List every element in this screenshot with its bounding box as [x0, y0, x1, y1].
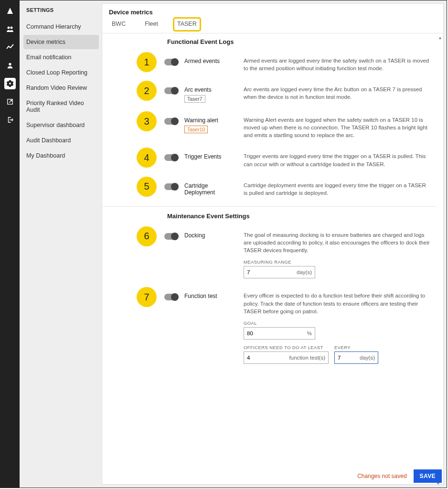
user-icon[interactable] [4, 60, 16, 71]
main-panel: Device metrics BWC Fleet TASER Functiona… [102, 3, 444, 485]
desc-cartridge-deployment: Cartridge deployment events are logged e… [244, 181, 430, 197]
desc-function-test: Every officer is expected to do a functi… [244, 292, 430, 364]
row-arc-events: 2 Arc events Taser7 Arc events are logge… [102, 79, 437, 109]
tab-taser[interactable]: TASER [174, 19, 200, 30]
sidebar-title: SETTINGS [26, 7, 96, 13]
step-6-badge: 6 [137, 226, 157, 246]
toggle-function-test[interactable] [164, 294, 178, 300]
unsaved-label: Changes not saved [357, 473, 406, 479]
tab-bwc[interactable]: BWC [109, 19, 128, 30]
settings-icon[interactable] [4, 78, 16, 89]
logo-icon[interactable] [4, 5, 16, 17]
step-2-badge: 2 [137, 81, 157, 101]
label-atleast: OFFICERS NEED TO DO AT LEAST [244, 344, 329, 351]
toggle-armed-events[interactable] [164, 59, 178, 65]
label-trigger-events: Trigger Events [184, 153, 239, 160]
scroll-region[interactable]: Functional Event Logs 1 Armed events Arm… [102, 33, 443, 371]
every-value[interactable] [338, 355, 348, 361]
panel-title: Device metrics [102, 7, 443, 19]
settings-sidebar: SETTINGS Command Hierarchy Device metric… [20, 0, 101, 488]
toggle-docking[interactable] [164, 233, 178, 240]
chip-taser7: Taser7 [184, 95, 205, 103]
svg-point-0 [8, 27, 10, 29]
tab-fleet[interactable]: Fleet [142, 19, 161, 30]
sidebar-item-my-dashboard[interactable]: My Dashboard [23, 149, 99, 163]
label-armed-events: Armed events [184, 58, 239, 64]
row-trigger-events: 4 Trigger Events Trigger events are logg… [102, 146, 437, 174]
svg-point-1 [11, 27, 13, 29]
label-function-test: Function test [184, 293, 239, 299]
sidebar-item-device-metrics[interactable]: Device metrics [23, 35, 99, 49]
step-3-badge: 3 [137, 111, 157, 131]
label-warning-alert: Warning alert Taser10 [184, 117, 239, 133]
input-measuring-range[interactable]: day(s) [244, 266, 315, 278]
label-every: EVERY [334, 344, 378, 351]
label-arc-events: Arc events Taser7 [184, 86, 239, 103]
sidebar-item-audit-dashboard[interactable]: Audit Dashboard [23, 133, 99, 148]
label-docking: Docking [184, 232, 239, 239]
svg-point-2 [9, 63, 11, 65]
tabs: BWC Fleet TASER [102, 19, 443, 33]
trend-icon[interactable] [4, 42, 16, 53]
desc-arc-events: Arc events are logged every time the Arc… [244, 85, 430, 101]
row-function-test: 7 Function test Every officer is expecte… [102, 285, 437, 371]
sidebar-item-supervisor-dashboard[interactable]: Supervisor dashboard [23, 118, 99, 132]
sidebar-item-email-notification[interactable]: Email notification [23, 50, 99, 64]
toggle-trigger-events[interactable] [164, 154, 178, 161]
goal-value[interactable] [247, 330, 266, 336]
desc-docking: The goal of measuring docking is to ensu… [244, 231, 430, 279]
desc-armed-events: Armed events are logged every time the s… [244, 57, 430, 72]
input-atleast[interactable]: function test(s) [244, 351, 329, 364]
row-armed-events: 1 Armed events Armed events are logged e… [102, 50, 437, 79]
row-warning-alert: 3 Warning alert Taser10 Warning Alert ev… [102, 109, 437, 146]
atleast-value[interactable] [247, 355, 266, 361]
input-goal[interactable]: % [244, 327, 315, 340]
sidebar-item-random-video-review[interactable]: Random Video Review [23, 81, 99, 95]
sidebar-item-closed-loop-reporting[interactable]: Closed Loop Reporting [23, 65, 99, 80]
label-measuring-range: MEASURING RANGE [244, 259, 430, 265]
toggle-warning-alert[interactable] [164, 118, 178, 125]
people-icon[interactable] [4, 23, 16, 35]
step-1-badge: 1 [137, 52, 157, 72]
desc-trigger-events: Trigger events are logged every time the… [244, 152, 430, 168]
sidebar-item-priority-ranked-video-audit[interactable]: Priority Ranked Video Audit [23, 96, 99, 117]
label-cartridge-deployment: Cartridge Deployment [184, 182, 239, 196]
app-iconbar [0, 0, 20, 488]
signout-icon[interactable] [4, 114, 16, 126]
step-5-badge: 5 [137, 177, 157, 197]
footer: Changes not saved SAVE [357, 469, 442, 483]
row-cartridge-deployment: 5 Cartridge Deployment Cartridge deploym… [102, 175, 437, 203]
step-4-badge: 4 [137, 148, 157, 168]
chip-taser10: Taser10 [184, 126, 208, 133]
section-functional-heading: Functional Event Logs [102, 33, 437, 50]
label-goal: GOAL [244, 320, 430, 326]
open-link-icon[interactable] [4, 96, 16, 107]
step-7-badge: 7 [137, 287, 157, 307]
toggle-arc-events[interactable] [164, 87, 178, 94]
desc-warning-alert: Warning Alert events are logged when the… [244, 116, 430, 139]
sidebar-item-command-hierarchy[interactable]: Command Hierarchy [23, 20, 99, 34]
save-button[interactable]: SAVE [414, 469, 442, 483]
measuring-range-value[interactable] [247, 269, 266, 275]
input-every[interactable]: day(s) [334, 351, 378, 364]
row-docking: 6 Docking The goal of measuring docking … [102, 224, 437, 286]
section-maintenance-heading: Maintenance Event Settings [102, 208, 437, 224]
toggle-cartridge-deployment[interactable] [164, 183, 178, 190]
